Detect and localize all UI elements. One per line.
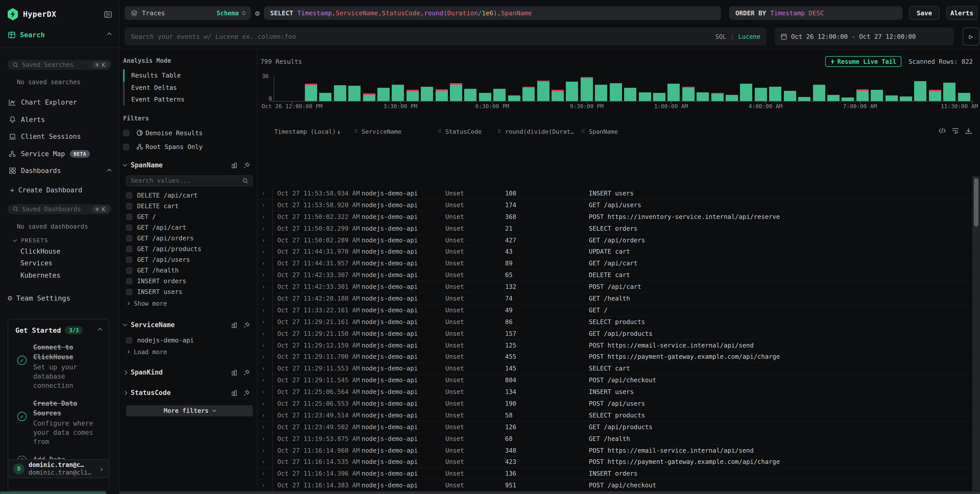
expand-row-chevron-icon[interactable]: › — [261, 200, 273, 211]
section-header[interactable]: SpanName — [123, 160, 257, 170]
histogram-bar[interactable] — [915, 81, 927, 101]
expand-row-chevron-icon[interactable]: › — [261, 270, 273, 281]
expand-row-chevron-icon[interactable]: › — [261, 305, 273, 316]
checkbox[interactable] — [126, 289, 132, 295]
checkbox[interactable] — [126, 235, 132, 241]
get-started-header[interactable]: Get Started 3/3 — [15, 326, 102, 334]
drag-handle-icon[interactable]: ⠿ — [581, 129, 585, 134]
presets-header[interactable]: PRESETS — [0, 236, 119, 245]
histogram-bar[interactable] — [726, 95, 738, 101]
horizontal-scrollbar[interactable] — [119, 491, 980, 494]
sidebar-item-alerts[interactable]: Alerts — [0, 111, 119, 128]
histogram-bar[interactable] — [581, 77, 593, 101]
histogram-bars[interactable] — [276, 76, 974, 101]
expand-row-chevron-icon[interactable]: › — [261, 386, 273, 398]
column-header-spanname[interactable]: ⠿SpanName — [589, 128, 980, 135]
expand-row-chevron-icon[interactable]: › — [261, 340, 273, 351]
histogram-bar[interactable] — [421, 86, 433, 101]
chevron-up-icon[interactable] — [107, 33, 111, 37]
expand-row-chevron-icon[interactable]: › — [261, 445, 273, 456]
date-range-picker[interactable]: Oct 26 12:00:00 - Oct 27 12:00:00 — [775, 27, 954, 45]
histogram-bar[interactable] — [653, 93, 665, 101]
chart-icon[interactable] — [231, 369, 237, 375]
histogram-bar[interactable] — [305, 84, 317, 101]
preset-item-clickhouse[interactable]: ClickHouse — [0, 245, 119, 257]
chart-icon[interactable] — [231, 162, 237, 168]
histogram-bar[interactable] — [958, 93, 970, 101]
filter-value-row[interactable]: GET /health — [123, 265, 257, 276]
expand-row-chevron-icon[interactable]: › — [261, 316, 273, 328]
histogram-bar[interactable] — [929, 90, 941, 101]
collapse-sidebar-icon[interactable] — [104, 11, 112, 17]
table-row[interactable]: ›Oct 27 11:16:14.383 AMnodejs-demo-apiUn… — [258, 480, 972, 491]
sidebar-item-team-settings[interactable]: ⚙ Team Settings — [0, 291, 119, 306]
expand-row-chevron-icon[interactable]: › — [261, 258, 273, 270]
histogram-bar[interactable] — [885, 95, 897, 101]
checkbox[interactable] — [126, 225, 132, 231]
histogram-bar[interactable] — [827, 95, 840, 101]
expand-row-chevron-icon[interactable]: › — [261, 223, 273, 235]
section-header[interactable]: StatusCode — [123, 388, 257, 398]
language-toggle[interactable]: SQL | Lucene — [715, 33, 760, 40]
table-row[interactable]: ›Oct 27 11:19:53.875 AMnodejs-demo-apiUn… — [258, 433, 972, 445]
show-more-link[interactable]: Show more — [123, 298, 257, 308]
mode-results-table[interactable]: Results Table — [123, 70, 257, 81]
code-view-icon[interactable] — [939, 127, 946, 134]
checkbox[interactable] — [126, 268, 132, 273]
drag-handle-icon[interactable]: ⠿ — [497, 129, 501, 134]
table-row[interactable]: ›Oct 27 11:29:21.150 AMnodejs-demo-apiUn… — [258, 328, 972, 340]
chart-icon[interactable] — [231, 322, 237, 328]
checkbox[interactable] — [126, 338, 132, 343]
table-row[interactable]: ›Oct 27 11:16:14.396 AMnodejs-demo-apiUn… — [258, 468, 972, 480]
histogram-bar[interactable] — [465, 89, 477, 101]
histogram-bar[interactable] — [798, 97, 810, 101]
histogram-bar[interactable] — [377, 88, 390, 101]
histogram-bar[interactable] — [552, 90, 564, 101]
expand-row-chevron-icon[interactable]: › — [261, 188, 273, 200]
chevron-up-icon[interactable] — [98, 328, 102, 332]
checkbox[interactable] — [126, 257, 132, 263]
more-filters-button[interactable]: More filters — [126, 405, 253, 416]
expand-row-chevron-icon[interactable]: › — [261, 421, 273, 433]
histogram-bar[interactable] — [334, 85, 346, 101]
resume-live-tail-button[interactable]: Resume Live Tail — [825, 56, 901, 67]
column-header-timestamp[interactable]: Timestamp (Local)↓ — [273, 128, 361, 135]
pin-icon[interactable] — [243, 369, 250, 375]
schema-label[interactable]: Schema — [216, 10, 239, 17]
pin-icon[interactable] — [243, 162, 250, 168]
mode-event-patterns[interactable]: Event Patterns — [123, 94, 257, 105]
values-search-box[interactable] — [126, 175, 253, 186]
table-row[interactable]: ›Oct 27 11:25:06.553 AMnodejs-demo-apiUn… — [258, 398, 972, 410]
expand-row-chevron-icon[interactable]: › — [261, 235, 273, 246]
checkbox[interactable] — [126, 246, 132, 252]
horizontal-scrollbar-thumb[interactable] — [0, 491, 106, 494]
scrollbar-thumb[interactable] — [974, 178, 978, 227]
get-started-item[interactable]: ✓Create Data SourcesConfigure where your… — [15, 399, 102, 446]
histogram-bar[interactable] — [479, 93, 491, 101]
sidebar-item-client-sessions[interactable]: Client Sessions — [0, 128, 119, 145]
saved-dashboards-input[interactable]: ⌘ K — [8, 204, 111, 214]
drag-handle-icon[interactable]: ⠿ — [438, 129, 441, 134]
expand-row-chevron-icon[interactable]: › — [261, 246, 273, 258]
histogram-bar[interactable] — [856, 89, 869, 101]
sql-option[interactable]: SQL — [715, 33, 726, 40]
expand-row-chevron-icon[interactable]: › — [261, 281, 273, 293]
histogram-bar[interactable] — [740, 84, 752, 101]
checkbox[interactable] — [126, 278, 132, 284]
checkbox[interactable] — [123, 130, 129, 136]
expand-row-chevron-icon[interactable]: › — [261, 480, 273, 491]
column-header-servicename[interactable]: ⠿ServiceName — [361, 128, 445, 135]
table-row[interactable]: ›Oct 27 11:29:11.553 AMnodejs-demo-apiUn… — [258, 363, 972, 375]
histogram-bar[interactable] — [784, 91, 796, 101]
histogram-bar[interactable] — [537, 80, 549, 101]
expand-row-chevron-icon[interactable]: › — [261, 468, 273, 480]
filter-value-row[interactable]: GET /api/users — [123, 254, 257, 265]
section-header[interactable]: SpanKind — [123, 367, 257, 377]
filter-value-row[interactable]: INSERT orders — [123, 276, 257, 287]
table-row[interactable]: ›Oct 27 11:50:02.289 AMnodejs-demo-apiUn… — [258, 235, 972, 246]
preset-item-kubernetes[interactable]: Kubernetes — [0, 269, 119, 281]
source-selector[interactable]: Traces Schema — [125, 6, 251, 20]
histogram-bar[interactable] — [755, 88, 767, 101]
table-row[interactable]: ›Oct 27 11:53:58.920 AMnodejs-demo-apiUn… — [258, 200, 972, 211]
expand-row-chevron-icon[interactable]: › — [261, 375, 273, 387]
